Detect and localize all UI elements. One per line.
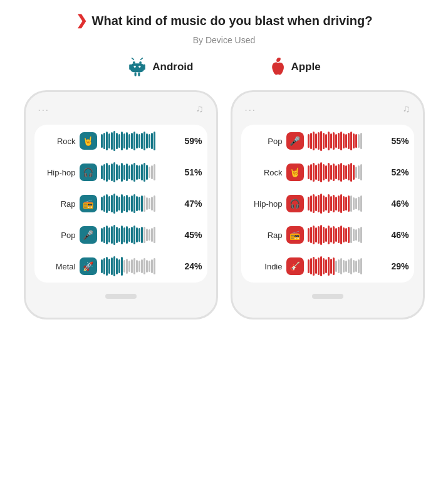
list-item: Hip-hop🎧51%	[39, 162, 202, 182]
list-item: Indie🎸29%	[246, 256, 409, 276]
bar-label: Rock	[246, 168, 283, 177]
bar-icon: 📻	[286, 226, 304, 244]
android-legend: Android	[127, 57, 193, 77]
svg-point-9	[134, 66, 136, 68]
list-item: Pop🎤45%	[39, 225, 202, 245]
svg-rect-4	[143, 65, 145, 70]
bar-track	[308, 225, 383, 245]
bar-label: Metal	[39, 262, 76, 271]
bar-icon: 🎧	[80, 164, 97, 181]
apple-icon	[268, 56, 286, 78]
subtitle: By Device Used	[13, 35, 435, 45]
phones-row: ··· ♫ Rock🤘59%Hip-hop🎧51%Rap📻47%Pop🎤45%M…	[13, 90, 435, 319]
bar-icon: 🤘	[80, 132, 97, 150]
list-item: Pop🎤55%	[246, 131, 409, 151]
svg-rect-3	[129, 65, 131, 70]
bar-percent: 51%	[180, 167, 202, 177]
bar-percent: 24%	[180, 261, 202, 271]
list-item: Rock🤘59%	[39, 131, 202, 151]
android-label: Android	[152, 61, 193, 73]
android-phone: ··· ♫ Rock🤘59%Hip-hop🎧51%Rap📻47%Pop🎤45%M…	[24, 90, 218, 319]
bar-label: Indie	[246, 262, 283, 271]
apple-home-button	[312, 294, 343, 299]
bar-icon: 🎧	[286, 195, 304, 212]
page: ❯ What kind of music do you blast when d…	[0, 0, 448, 338]
bar-label: Hip-hop	[246, 199, 283, 209]
apple-phone: ··· ♫ Pop🎤55%Rock🤘52%Hip-hop🎧46%Rap📻46%I…	[231, 90, 425, 319]
bar-track	[308, 131, 383, 151]
bar-icon: 🤘	[286, 164, 304, 181]
chevron-icon: ❯	[76, 13, 87, 29]
apple-phone-inner: Pop🎤55%Rock🤘52%Hip-hop🎧46%Rap📻46%Indie🎸2…	[241, 125, 414, 283]
bar-label: Rock	[39, 137, 76, 146]
apple-dots: ···	[245, 104, 257, 115]
bar-track	[308, 256, 383, 276]
bar-track	[101, 194, 176, 214]
bar-icon: 🎤	[80, 226, 97, 244]
bar-track	[101, 162, 176, 182]
list-item: Rock🤘52%	[246, 162, 409, 182]
legend-row: Android Apple	[13, 56, 435, 78]
bar-label: Hip-hop	[39, 168, 76, 177]
apple-label: Apple	[291, 61, 320, 73]
svg-rect-2	[130, 63, 144, 72]
main-title: ❯ What kind of music do you blast when d…	[13, 13, 435, 29]
bar-track	[101, 225, 176, 245]
bar-label: Rap	[246, 231, 283, 240]
list-item: Rap📻47%	[39, 194, 202, 214]
bar-percent: 52%	[387, 167, 409, 177]
svg-rect-5	[135, 72, 137, 76]
bar-track	[101, 256, 176, 276]
apple-music-icon: ♫	[403, 103, 410, 115]
apple-legend: Apple	[268, 56, 320, 78]
bar-track	[308, 162, 383, 182]
bar-percent: 45%	[180, 230, 202, 240]
bar-icon: 🚀	[80, 257, 97, 275]
list-item: Hip-hop🎧46%	[246, 194, 409, 214]
title-text: What kind of music do you blast when dri…	[92, 14, 373, 28]
svg-line-8	[140, 58, 143, 60]
bar-track	[101, 131, 176, 151]
apple-phone-topbar: ··· ♫	[239, 103, 417, 115]
list-item: Metal🚀24%	[39, 256, 202, 276]
android-icon	[127, 57, 147, 77]
bar-percent: 29%	[387, 261, 409, 271]
android-phone-inner: Rock🤘59%Hip-hop🎧51%Rap📻47%Pop🎤45%Metal🚀2…	[34, 125, 207, 283]
bar-label: Rap	[39, 199, 76, 209]
svg-rect-6	[138, 72, 140, 76]
bar-icon: 📻	[80, 195, 97, 212]
bar-percent: 46%	[387, 230, 409, 240]
bar-label: Pop	[39, 231, 76, 240]
bar-icon: 🎸	[286, 257, 304, 275]
svg-line-7	[132, 58, 134, 60]
bar-track	[308, 194, 383, 214]
android-phone-topbar: ··· ♫	[32, 103, 210, 115]
bar-percent: 59%	[180, 136, 202, 146]
bar-percent: 55%	[387, 136, 409, 146]
svg-point-10	[139, 66, 141, 68]
bar-percent: 46%	[387, 199, 409, 209]
bar-percent: 47%	[180, 199, 202, 209]
android-home-button	[105, 294, 137, 299]
android-music-icon: ♫	[196, 103, 204, 115]
list-item: Rap📻46%	[246, 225, 409, 245]
bar-label: Pop	[246, 137, 283, 146]
android-dots: ···	[38, 104, 50, 115]
bar-icon: 🎤	[286, 132, 304, 150]
